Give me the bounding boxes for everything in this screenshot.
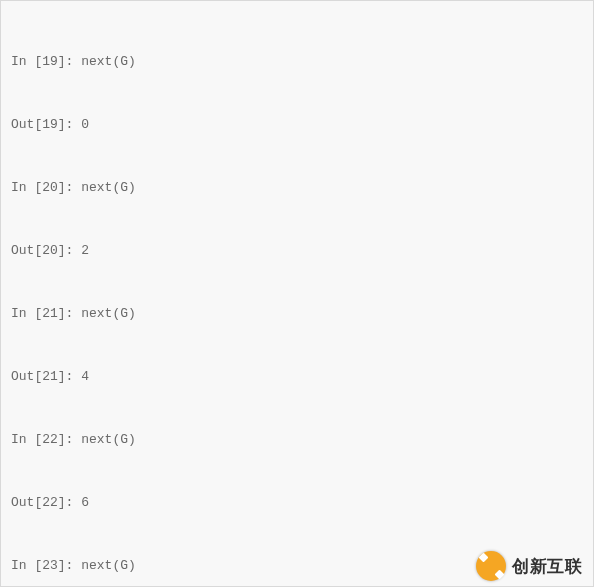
- code-line: In [21]: next(G): [11, 303, 583, 324]
- code-line: In [22]: next(G): [11, 429, 583, 450]
- code-line: In [20]: next(G): [11, 177, 583, 198]
- code-block: In [19]: next(G) Out[19]: 0 In [20]: nex…: [0, 0, 594, 587]
- watermark: 创新互联: [476, 551, 582, 581]
- code-line: Out[19]: 0: [11, 114, 583, 135]
- code-line: Out[22]: 6: [11, 492, 583, 513]
- code-line: Out[21]: 4: [11, 366, 583, 387]
- watermark-logo-icon: [476, 551, 506, 581]
- code-line: Out[20]: 2: [11, 240, 583, 261]
- watermark-text: 创新互联: [512, 555, 582, 578]
- code-line: In [19]: next(G): [11, 51, 583, 72]
